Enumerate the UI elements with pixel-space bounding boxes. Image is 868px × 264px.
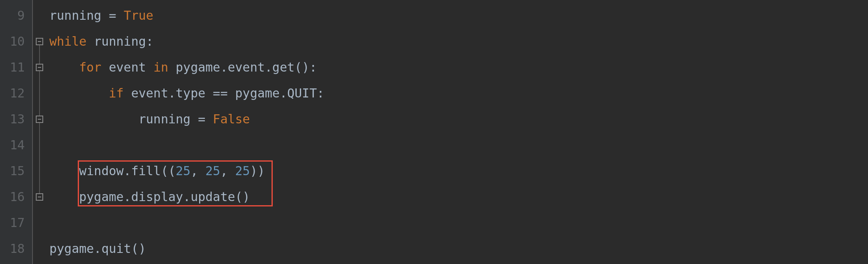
token-bool: True — [124, 9, 153, 22]
code-line[interactable] — [47, 132, 868, 158]
line-number: 11 — [0, 54, 25, 80]
fold-row — [32, 28, 47, 54]
code-line[interactable]: pygame.quit() — [47, 236, 868, 262]
token: , — [220, 165, 235, 177]
fold-row — [32, 132, 47, 158]
token: running = — [49, 113, 213, 125]
code-line[interactable]: while running: — [47, 28, 868, 54]
token: running = — [49, 9, 124, 22]
fold-toggle-icon[interactable] — [36, 38, 43, 45]
line-number: 13 — [0, 106, 25, 132]
token: , — [190, 165, 205, 177]
code-editor[interactable]: 9101112131415161718 running = Truewhile … — [0, 0, 868, 264]
token: running: — [86, 35, 153, 48]
fold-toggle-icon[interactable] — [36, 64, 43, 71]
line-number: 17 — [0, 210, 25, 236]
line-number-gutter: 9101112131415161718 — [0, 0, 32, 264]
token-kw: in — [153, 61, 168, 74]
line-number: 10 — [0, 28, 25, 54]
code-line[interactable] — [47, 210, 868, 236]
fold-row — [32, 2, 47, 28]
line-number: 18 — [0, 236, 25, 262]
token: event.type == pygame.QUIT: — [124, 87, 325, 100]
line-number: 16 — [0, 184, 25, 210]
fold-row — [32, 158, 47, 184]
code-line[interactable]: for event in pygame.event.get(): — [47, 54, 868, 80]
token-num: 25 — [176, 165, 190, 177]
code-line[interactable]: window.fill((25, 25, 25)) — [47, 158, 868, 184]
line-number: 9 — [0, 2, 25, 28]
token — [49, 61, 79, 74]
token: pygame.event.get(): — [168, 61, 317, 74]
line-number: 14 — [0, 132, 25, 158]
token: window.fill(( — [49, 165, 176, 177]
code-line[interactable]: running = False — [47, 106, 868, 132]
fold-toggle-icon[interactable] — [36, 116, 43, 123]
token: pygame.display.update() — [49, 191, 250, 203]
code-line[interactable]: running = True — [47, 2, 868, 28]
fold-toggle-icon[interactable] — [36, 193, 43, 201]
token — [49, 87, 109, 100]
token-kw: if — [109, 87, 124, 100]
fold-row — [32, 236, 47, 262]
token-kw: for — [79, 61, 101, 74]
token: event — [101, 61, 153, 74]
fold-row — [32, 80, 47, 106]
token-num: 25 — [235, 165, 250, 177]
line-number: 12 — [0, 80, 25, 106]
code-area[interactable]: running = Truewhile running: for event i… — [47, 0, 868, 264]
fold-strip — [32, 0, 47, 264]
token-num: 25 — [205, 165, 220, 177]
fold-row — [32, 184, 47, 210]
token-bool: False — [213, 113, 250, 125]
token: )) — [250, 165, 265, 177]
token-kw: while — [49, 35, 86, 48]
fold-row — [32, 54, 47, 80]
line-number: 15 — [0, 158, 25, 184]
code-line[interactable]: if event.type == pygame.QUIT: — [47, 80, 868, 106]
code-line[interactable]: pygame.display.update() — [47, 184, 868, 210]
fold-row — [32, 210, 47, 236]
fold-row — [32, 106, 47, 132]
token: pygame.quit() — [49, 243, 146, 255]
